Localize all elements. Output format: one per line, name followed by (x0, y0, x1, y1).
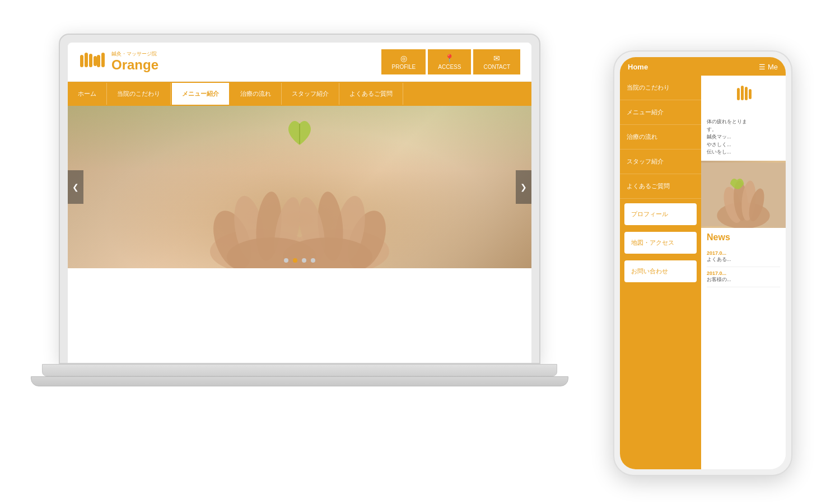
svg-rect-22 (749, 89, 752, 99)
svg-rect-0 (80, 55, 83, 67)
phone-profile-btn[interactable]: プロフィール (624, 203, 697, 225)
profile-icon: ◎ (400, 54, 407, 63)
contact-label: CONTACT (483, 64, 510, 70)
slide-arrow-left[interactable]: ❮ (68, 170, 83, 204)
laptop-base (42, 364, 557, 376)
dot-2[interactable] (293, 258, 297, 263)
phone-contact-btn[interactable]: お問い合わせ (624, 260, 697, 282)
phone-content: 当院のこだわり メニュー紹介 治療の流れ スタッフ紹介 よくあるご質問 プロフィ… (620, 76, 786, 469)
hands-illustration (160, 139, 440, 268)
laptop-screen-outer: 鍼灸・マッサージ院 Orange ◎ PROFILE 📍 ACCESS (59, 34, 540, 364)
news-text-2: お客様の... (707, 276, 780, 283)
news-text-1: よくある... (707, 256, 780, 263)
phone-nav-staff[interactable]: スタッフ紹介 (620, 150, 701, 174)
access-label: ACCESS (438, 64, 461, 70)
profile-button[interactable]: ◎ PROFILE (381, 49, 426, 74)
hamburger-icon: ☰ (759, 63, 766, 71)
phone-news-section: News 2017.0... よくある... 2017.0... お客様の... (701, 228, 786, 470)
logo-subtitle: 鍼灸・マッサージ院 (111, 51, 158, 57)
phone-main: 体の疲れをとりま す。 鍼灸マッ... やさしく... 伝いをし... (701, 76, 786, 469)
phone-hero-text: 体の疲れをとりま す。 鍼灸マッ... やさしく... 伝いをし... (701, 114, 786, 161)
phone-news-item-1: 2017.0... よくある... (707, 247, 780, 267)
phone-logo-area (701, 76, 786, 114)
contact-button[interactable]: ✉ CONTACT (473, 49, 520, 74)
svg-rect-1 (85, 53, 88, 67)
phone-top-bar: Home ☰ Me (620, 57, 786, 76)
logo-name: Orange (111, 57, 158, 72)
access-icon: 📍 (445, 54, 454, 63)
phone-logo-icon (732, 82, 755, 109)
hero-image: ❮ ❯ (68, 106, 531, 268)
site-header: 鍼灸・マッサージ院 Orange ◎ PROFILE 📍 ACCESS (68, 43, 531, 82)
phone-news-title: News (707, 232, 780, 242)
phone-menu-button[interactable]: ☰ Me (759, 63, 778, 71)
phone-outer: Home ☰ Me 当院のこだわり メニュー紹介 治療の流れ スタッフ紹介 よく… (613, 50, 792, 476)
logo-icon (79, 53, 107, 71)
access-button[interactable]: 📍 ACCESS (428, 49, 471, 74)
scene: 鍼灸・マッサージ院 Orange ◎ PROFILE 📍 ACCESS (0, 0, 840, 504)
dot-3[interactable] (302, 258, 306, 263)
svg-rect-19 (737, 88, 740, 100)
dot-1[interactable] (284, 258, 288, 263)
news-date-1: 2017.0... (707, 250, 780, 256)
phone-sidebar: 当院のこだわり メニュー紹介 治療の流れ スタッフ紹介 よくあるご質問 プロフィ… (620, 76, 701, 469)
site-logo: 鍼灸・マッサージ院 Orange (79, 51, 158, 73)
phone-access-btn[interactable]: 地図・アクセス (624, 232, 697, 254)
phone-hero-image (701, 161, 786, 228)
svg-rect-4 (97, 55, 100, 67)
svg-rect-2 (89, 54, 92, 67)
profile-label: PROFILE (391, 64, 416, 70)
slide-arrow-right[interactable]: ❯ (516, 170, 531, 204)
svg-rect-21 (745, 87, 748, 100)
laptop-mockup: 鍼灸・マッサージ院 Orange ◎ PROFILE 📍 ACCESS (59, 34, 540, 470)
dot-4[interactable] (311, 258, 315, 263)
news-date-2: 2017.0... (707, 270, 780, 276)
laptop-bottom (31, 376, 568, 386)
laptop-screen-inner: 鍼灸・マッサージ院 Orange ◎ PROFILE 📍 ACCESS (68, 43, 531, 363)
phone-nav-commitment[interactable]: 当院のこだわり (620, 76, 701, 100)
nav-commitment[interactable]: 当院のこだわり (107, 83, 171, 105)
phone-screen: Home ☰ Me 当院のこだわり メニュー紹介 治療の流れ スタッフ紹介 よく… (620, 57, 786, 469)
svg-rect-5 (101, 53, 105, 67)
phone-news-item-2: 2017.0... お客様の... (707, 267, 780, 287)
slide-dots (284, 258, 315, 263)
phone-mockup: Home ☰ Me 当院のこだわり メニュー紹介 治療の流れ スタッフ紹介 よく… (613, 50, 792, 476)
nav-treatment[interactable]: 治療の流れ (230, 83, 282, 105)
phone-nav-faq[interactable]: よくあるご質問 (620, 174, 701, 199)
header-buttons: ◎ PROFILE 📍 ACCESS ✉ CONTACT (381, 49, 520, 74)
svg-rect-3 (94, 56, 97, 66)
nav-menu[interactable]: メニュー紹介 (171, 82, 230, 106)
site-nav: ホーム 当院のこだわり メニュー紹介 治療の流れ スタッフ紹介 よくあるご質問 (68, 82, 531, 106)
phone-nav-treatment[interactable]: 治療の流れ (620, 125, 701, 150)
nav-staff[interactable]: スタッフ紹介 (282, 83, 339, 105)
nav-home[interactable]: ホーム (68, 83, 107, 105)
nav-faq[interactable]: よくあるご質問 (339, 83, 403, 105)
logo-text-group: 鍼灸・マッサージ院 Orange (111, 51, 158, 73)
phone-home-tab[interactable]: Home (628, 63, 648, 71)
phone-nav-menu[interactable]: メニュー紹介 (620, 100, 701, 125)
contact-icon: ✉ (493, 54, 500, 63)
svg-rect-20 (741, 86, 744, 100)
